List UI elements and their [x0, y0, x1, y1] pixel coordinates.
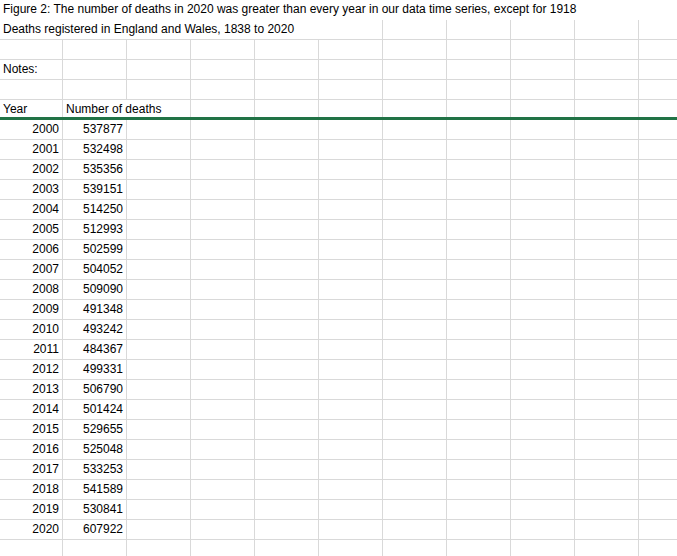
gridline — [254, 160, 255, 179]
table-row: 2015529655 — [0, 420, 677, 440]
gridline — [638, 340, 639, 359]
gridline — [382, 420, 383, 439]
year-cell[interactable]: 2011 — [0, 340, 59, 359]
year-cell[interactable]: 2013 — [0, 380, 59, 399]
year-cell[interactable]: 2006 — [0, 240, 59, 259]
year-header-cell[interactable]: Year — [3, 100, 27, 119]
year-cell[interactable]: 2016 — [0, 440, 59, 459]
gridline — [382, 360, 383, 379]
deaths-cell[interactable]: 539151 — [63, 180, 123, 199]
gridline — [510, 60, 511, 79]
gridline — [318, 220, 319, 239]
year-cell[interactable]: 2000 — [0, 120, 59, 139]
gridline — [510, 120, 511, 139]
deaths-cell[interactable]: 512993 — [63, 220, 123, 239]
gridline — [318, 180, 319, 199]
deaths-cell[interactable]: 491348 — [63, 300, 123, 319]
deaths-cell[interactable]: 533253 — [63, 460, 123, 479]
gridline — [254, 540, 255, 556]
notes-label-cell[interactable]: Notes: — [3, 60, 38, 79]
title-row: Figure 2: The number of deaths in 2020 w… — [0, 0, 677, 20]
deaths-cell[interactable]: 541589 — [63, 480, 123, 499]
year-cell[interactable]: 2009 — [0, 300, 59, 319]
deaths-cell[interactable]: 530841 — [63, 500, 123, 519]
table-row: 2017533253 — [0, 460, 677, 480]
gridline — [638, 220, 639, 239]
year-cell[interactable]: 2004 — [0, 200, 59, 219]
gridline — [318, 520, 319, 539]
gridline — [318, 40, 319, 59]
year-cell[interactable]: 2002 — [0, 160, 59, 179]
gridline — [574, 320, 575, 339]
deaths-cell[interactable]: 484367 — [63, 340, 123, 359]
year-cell[interactable]: 2008 — [0, 280, 59, 299]
gridline — [190, 500, 191, 519]
gridline — [190, 160, 191, 179]
gridline — [190, 400, 191, 419]
table-row: 2012499331 — [0, 360, 677, 380]
figure-title-cell[interactable]: Figure 2: The number of deaths in 2020 w… — [3, 0, 576, 19]
deaths-cell[interactable]: 509090 — [63, 280, 123, 299]
gridline — [254, 460, 255, 479]
deaths-cell[interactable]: 514250 — [63, 200, 123, 219]
gridline — [510, 140, 511, 159]
gridline — [190, 440, 191, 459]
deaths-cell[interactable]: 504052 — [63, 260, 123, 279]
gridline — [638, 260, 639, 279]
table-row: 2016525048 — [0, 440, 677, 460]
year-cell[interactable]: 2010 — [0, 320, 59, 339]
gridline — [126, 460, 127, 479]
deaths-header-cell[interactable]: Number of deaths — [66, 100, 161, 119]
table-row: 2002535356 — [0, 160, 677, 180]
gridline — [190, 360, 191, 379]
gridline — [190, 80, 191, 99]
year-cell[interactable]: 2001 — [0, 140, 59, 159]
gridline — [446, 80, 447, 99]
gridline — [574, 420, 575, 439]
gridline — [254, 120, 255, 139]
year-cell[interactable]: 2014 — [0, 400, 59, 419]
gridline — [190, 300, 191, 319]
year-cell[interactable]: 2020 — [0, 520, 59, 539]
gridline — [126, 140, 127, 159]
year-cell[interactable]: 2018 — [0, 480, 59, 499]
gridline — [254, 40, 255, 59]
deaths-cell[interactable]: 502599 — [63, 240, 123, 259]
gridline — [574, 400, 575, 419]
table-row: 2006502599 — [0, 240, 677, 260]
gridline — [446, 120, 447, 139]
gridline — [318, 340, 319, 359]
deaths-cell[interactable]: 535356 — [63, 160, 123, 179]
deaths-cell[interactable]: 499331 — [63, 360, 123, 379]
gridline — [318, 280, 319, 299]
empty-row — [0, 540, 677, 556]
deaths-cell[interactable]: 506790 — [63, 380, 123, 399]
gridline — [190, 120, 191, 139]
deaths-cell[interactable]: 537877 — [63, 120, 123, 139]
gridline — [62, 100, 63, 117]
gridline — [318, 100, 319, 117]
deaths-cell[interactable]: 493242 — [63, 320, 123, 339]
year-cell[interactable]: 2019 — [0, 500, 59, 519]
year-cell[interactable]: 2012 — [0, 360, 59, 379]
deaths-cell[interactable]: 529655 — [63, 420, 123, 439]
gridline — [446, 520, 447, 539]
gridline — [126, 400, 127, 419]
deaths-cell[interactable]: 532498 — [63, 140, 123, 159]
deaths-cell[interactable]: 525048 — [63, 440, 123, 459]
gridline — [382, 380, 383, 399]
gridline — [638, 80, 639, 99]
gridline — [510, 260, 511, 279]
gridline — [382, 220, 383, 239]
year-cell[interactable]: 2017 — [0, 460, 59, 479]
year-cell[interactable]: 2007 — [0, 260, 59, 279]
year-cell[interactable]: 2003 — [0, 180, 59, 199]
year-cell[interactable]: 2005 — [0, 220, 59, 239]
gridline — [254, 440, 255, 459]
deaths-cell[interactable]: 607922 — [63, 520, 123, 539]
gridline — [190, 240, 191, 259]
deaths-cell[interactable]: 501424 — [63, 400, 123, 419]
gridline — [62, 60, 63, 79]
subtitle-cell[interactable]: Deaths registered in England and Wales, … — [3, 20, 294, 39]
year-cell[interactable]: 2015 — [0, 420, 59, 439]
